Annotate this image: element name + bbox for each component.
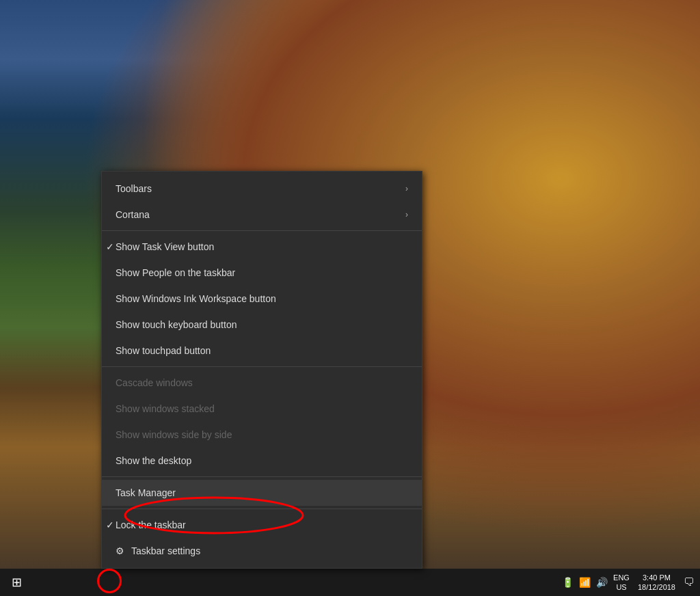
lock-taskbar-label: Lock the taskbar [116,519,186,530]
show-ink-label: Show Windows Ink Workspace button [116,293,276,304]
menu-item-show-stacked: Show windows stacked [102,396,422,422]
wifi-icon: 📶 [579,577,591,588]
menu-item-show-ink[interactable]: Show Windows Ink Workspace button [102,286,422,312]
menu-item-task-manager[interactable]: Task Manager [102,480,422,506]
show-desktop-label: Show the desktop [116,455,191,466]
start-button[interactable]: ⊞ [0,569,33,596]
clock-time: 3:40 PM [643,573,671,582]
toolbars-arrow-icon: › [405,184,408,193]
menu-divider-3 [102,476,422,477]
menu-item-lock-taskbar[interactable]: ✓ Lock the taskbar [102,512,422,538]
cascade-windows-label: Cascade windows [116,377,193,388]
menu-item-show-people[interactable]: Show People on the taskbar [102,260,422,286]
task-manager-label: Task Manager [116,487,176,498]
notification-icon[interactable]: 🗨 [684,576,695,588]
menu-item-show-touch-keyboard[interactable]: Show touch keyboard button [102,312,422,338]
cortana-arrow-icon: › [405,210,408,219]
menu-item-cascade-windows: Cascade windows [102,370,422,396]
menu-item-cortana[interactable]: Cortana › [102,202,422,228]
show-touchpad-label: Show touchpad button [116,345,211,356]
menu-divider-1 [102,230,422,231]
menu-item-show-side-by-side: Show windows side by side [102,422,422,448]
check-icon-task-view: ✓ [106,241,114,252]
show-side-by-side-label: Show windows side by side [116,429,232,440]
menu-divider-2 [102,366,422,367]
battery-icon: 🔋 [562,577,574,588]
taskbar-settings-label: Taskbar settings [131,545,200,556]
menu-item-show-task-view[interactable]: ✓ Show Task View button [102,234,422,260]
cortana-label: Cortana [116,209,150,220]
show-touch-keyboard-label: Show touch keyboard button [116,319,237,330]
start-icon: ⊞ [12,575,22,590]
taskbar-system-tray: 🔋 📶 🔊 ENG US 3:40 PM 18/12/2018 🗨 [562,573,700,593]
menu-item-show-touchpad[interactable]: Show touchpad button [102,338,422,364]
volume-icon: 🔊 [596,577,608,588]
clock-date: 18/12/2018 [638,582,675,592]
system-clock[interactable]: 3:40 PM 18/12/2018 [635,573,678,593]
menu-item-toolbars[interactable]: Toolbars › [102,176,422,202]
toolbars-label: Toolbars [116,183,152,194]
check-icon-lock-taskbar: ✓ [106,519,114,530]
language-region: US [613,582,630,592]
gear-icon: ⚙ [116,545,124,556]
menu-item-taskbar-settings[interactable]: ⚙ Taskbar settings [102,538,422,564]
language-code: ENG [613,573,630,582]
language-indicator: ENG US [613,573,630,593]
show-people-label: Show People on the taskbar [116,267,235,278]
context-menu: Toolbars › Cortana › ✓ Show Task View bu… [101,171,422,569]
menu-divider-4 [102,509,422,509]
menu-item-show-desktop[interactable]: Show the desktop [102,448,422,474]
show-task-view-label: Show Task View button [116,241,214,252]
taskbar: ⊞ 🔋 📶 🔊 ENG US 3:40 PM 18/12/2018 🗨 [0,569,700,596]
show-stacked-label: Show windows stacked [116,403,215,414]
